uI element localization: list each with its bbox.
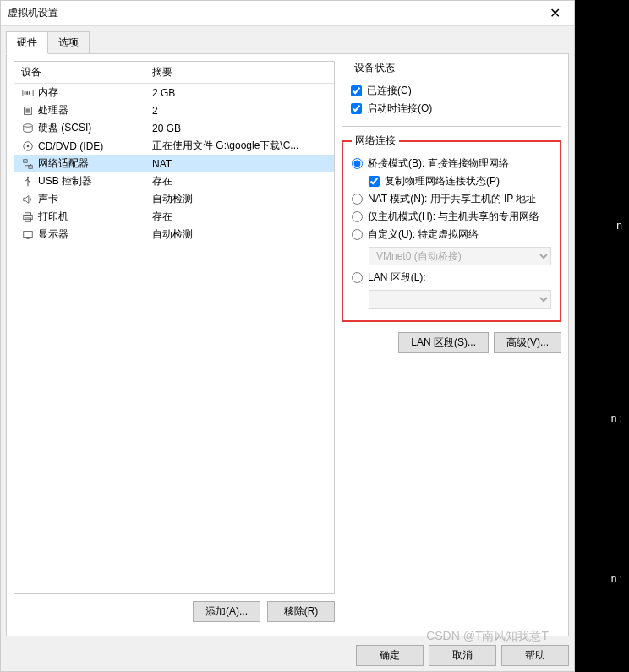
device-status-group: 设备状态 已连接(C) 启动时连接(O) bbox=[342, 61, 561, 127]
tab-content: 设备 摘要 内存 2 GB 处理器 2 硬盘 (SCSI) 20 GB CD/D… bbox=[6, 53, 569, 636]
svg-rect-9 bbox=[24, 159, 27, 162]
device-name: 处理器 bbox=[38, 103, 68, 117]
lan-segment-select bbox=[369, 290, 551, 309]
network-icon bbox=[21, 157, 35, 171]
device-name: 显示器 bbox=[38, 227, 68, 242]
device-summary: 2 GB bbox=[152, 87, 334, 99]
custom-network-select: VMnet0 (自动桥接) bbox=[369, 247, 551, 265]
lan-label[interactable]: LAN 区段(L): bbox=[368, 270, 426, 285]
printer-icon bbox=[21, 210, 35, 224]
device-row-disc[interactable]: CD/DVD (IDE) 正在使用文件 G:\google下载\C... bbox=[14, 137, 334, 155]
device-summary: 正在使用文件 G:\google下载\C... bbox=[152, 139, 334, 153]
right-buttons: LAN 区段(S)... 高级(V)... bbox=[342, 332, 561, 353]
svg-point-11 bbox=[27, 176, 29, 178]
device-name: 硬盘 (SCSI) bbox=[38, 121, 91, 135]
terminal-fragment-3: n : bbox=[611, 573, 622, 585]
help-button[interactable]: 帮助 bbox=[501, 645, 569, 666]
custom-radio[interactable] bbox=[352, 229, 363, 240]
sound-icon bbox=[21, 193, 35, 206]
device-summary: 存在 bbox=[152, 210, 334, 224]
connect-on-start-label[interactable]: 启动时连接(O) bbox=[367, 101, 432, 116]
advanced-button[interactable]: 高级(V)... bbox=[494, 332, 561, 353]
svg-rect-10 bbox=[29, 165, 32, 168]
hostonly-radio[interactable] bbox=[352, 211, 363, 222]
right-panel: 设备状态 已连接(C) 启动时连接(O) 网络连接 桥接模式(B): 直接连接物… bbox=[342, 61, 561, 629]
tab-hardware[interactable]: 硬件 bbox=[6, 31, 48, 54]
header-device: 设备 bbox=[21, 65, 152, 79]
device-summary: 2 bbox=[152, 105, 334, 117]
svg-point-6 bbox=[24, 123, 33, 127]
svg-rect-15 bbox=[24, 231, 33, 237]
connected-label[interactable]: 已连接(C) bbox=[367, 84, 412, 98]
device-row-memory[interactable]: 内存 2 GB bbox=[14, 84, 334, 101]
device-name: 打印机 bbox=[38, 210, 68, 224]
memory-icon bbox=[21, 86, 35, 100]
close-button[interactable]: ✕ bbox=[536, 1, 574, 26]
device-name: CD/DVD (IDE) bbox=[38, 140, 103, 152]
device-row-disk[interactable]: 硬盘 (SCSI) 20 GB bbox=[14, 119, 334, 137]
device-summary: 自动检测 bbox=[152, 192, 334, 206]
device-row-sound[interactable]: 声卡 自动检测 bbox=[14, 190, 334, 208]
ok-button[interactable]: 确定 bbox=[356, 645, 424, 666]
disc-icon bbox=[21, 139, 35, 153]
disk-icon bbox=[21, 122, 35, 135]
terminal-fragment-2: n : bbox=[611, 412, 622, 424]
svg-point-8 bbox=[27, 145, 30, 147]
terminal-fragment-1: n bbox=[616, 220, 622, 232]
nat-radio[interactable] bbox=[352, 194, 363, 205]
usb-icon bbox=[21, 175, 35, 188]
device-row-printer[interactable]: 打印机 存在 bbox=[14, 208, 334, 226]
device-list-header: 设备 摘要 bbox=[14, 62, 334, 84]
tab-strip: 硬件 选项 bbox=[1, 26, 574, 54]
svg-rect-2 bbox=[26, 91, 28, 95]
tab-options[interactable]: 选项 bbox=[47, 31, 90, 54]
device-name: 内存 bbox=[38, 85, 58, 100]
connected-checkbox[interactable] bbox=[351, 85, 362, 96]
add-button[interactable]: 添加(A)... bbox=[193, 601, 260, 622]
bridged-label[interactable]: 桥接模式(B): 直接连接物理网络 bbox=[368, 156, 509, 171]
device-list: 设备 摘要 内存 2 GB 处理器 2 硬盘 (SCSI) 20 GB CD/D… bbox=[14, 61, 335, 594]
device-row-network[interactable]: 网络适配器 NAT bbox=[14, 155, 334, 172]
lan-radio[interactable] bbox=[352, 272, 363, 283]
custom-label[interactable]: 自定义(U): 特定虚拟网络 bbox=[368, 227, 479, 242]
lan-segments-button[interactable]: LAN 区段(S)... bbox=[398, 332, 489, 353]
device-name: USB 控制器 bbox=[38, 174, 92, 188]
device-name: 声卡 bbox=[38, 192, 58, 206]
device-name: 网络适配器 bbox=[38, 156, 89, 171]
bridged-radio[interactable] bbox=[352, 158, 363, 169]
replicate-checkbox[interactable] bbox=[369, 176, 380, 187]
cpu-icon bbox=[21, 104, 35, 117]
display-icon bbox=[21, 228, 35, 242]
titlebar: 虚拟机设置 ✕ bbox=[1, 1, 574, 26]
device-summary: 20 GB bbox=[152, 123, 334, 134]
device-summary: 存在 bbox=[152, 174, 334, 188]
device-row-cpu[interactable]: 处理器 2 bbox=[14, 101, 334, 119]
replicate-label[interactable]: 复制物理网络连接状态(P) bbox=[385, 174, 500, 188]
remove-button[interactable]: 移除(R) bbox=[267, 601, 335, 622]
svg-rect-3 bbox=[29, 91, 30, 95]
device-row-display[interactable]: 显示器 自动检测 bbox=[14, 226, 334, 243]
left-panel: 设备 摘要 内存 2 GB 处理器 2 硬盘 (SCSI) 20 GB CD/D… bbox=[14, 61, 335, 629]
dialog-footer: 确定 取消 帮助 bbox=[356, 645, 569, 666]
vm-settings-dialog: 虚拟机设置 ✕ 硬件 选项 设备 摘要 内存 2 GB 处理器 2 硬盘 (SC… bbox=[0, 0, 575, 672]
header-summary: 摘要 bbox=[152, 65, 172, 79]
connect-on-start-checkbox[interactable] bbox=[351, 103, 362, 114]
network-connection-legend: 网络连接 bbox=[352, 134, 399, 148]
device-summary: NAT bbox=[152, 158, 334, 170]
svg-rect-5 bbox=[25, 108, 30, 112]
svg-rect-1 bbox=[25, 91, 26, 95]
network-connection-group: 网络连接 桥接模式(B): 直接连接物理网络 复制物理网络连接状态(P) NAT… bbox=[342, 134, 561, 322]
device-row-usb[interactable]: USB 控制器 存在 bbox=[14, 172, 334, 190]
device-summary: 自动检测 bbox=[152, 227, 334, 242]
cancel-button[interactable]: 取消 bbox=[429, 645, 496, 666]
device-status-legend: 设备状态 bbox=[351, 61, 398, 75]
left-buttons: 添加(A)... 移除(R) bbox=[14, 594, 335, 629]
nat-label[interactable]: NAT 模式(N): 用于共享主机的 IP 地址 bbox=[368, 192, 536, 206]
hostonly-label[interactable]: 仅主机模式(H): 与主机共享的专用网络 bbox=[368, 210, 539, 224]
window-title: 虚拟机设置 bbox=[8, 6, 58, 20]
